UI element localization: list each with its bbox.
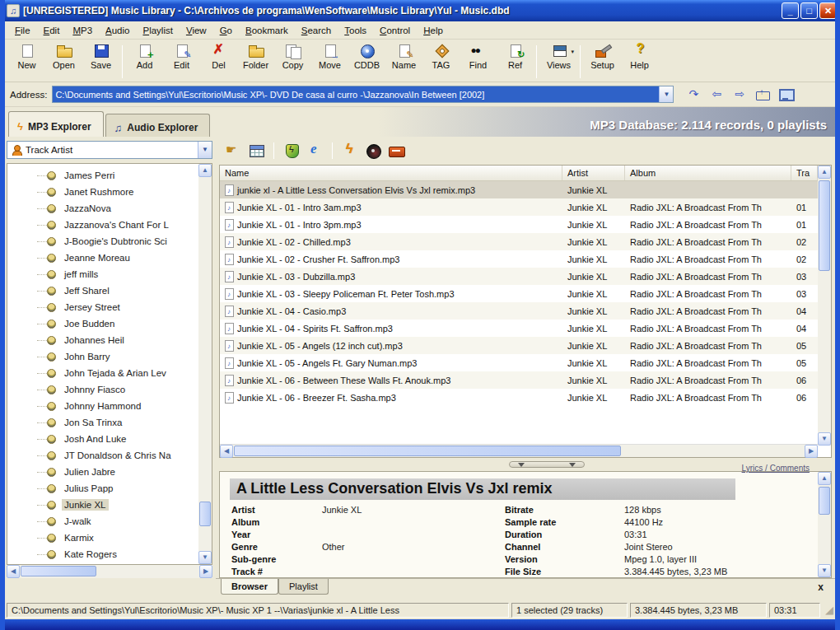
back-icon[interactable]: ⇦ [708, 87, 725, 102]
toolbar-add-button[interactable]: Add [126, 42, 163, 70]
toolbar-find-button[interactable]: Find [460, 42, 497, 70]
menu-item-control[interactable]: Control [373, 23, 417, 38]
tree-horizontal-scrollbar[interactable]: ◀ ▶ [7, 565, 212, 578]
toolbar-help-button[interactable]: Help [621, 42, 658, 70]
minimize-button[interactable]: _ [782, 2, 799, 19]
tree-item-john-tejada-arian-lev[interactable]: John Tejada & Arian Lev [7, 365, 198, 381]
tree-item-kate-rogers[interactable]: Kate Rogers [7, 546, 198, 562]
table-horizontal-scrollbar[interactable]: ◀ ▶ [220, 444, 818, 457]
tree-item-jersey-street[interactable]: Jersey Street [7, 299, 198, 315]
scroll-right-button[interactable]: ▶ [805, 445, 818, 458]
tree-item-johnny-fiasco[interactable]: Johnny Fiasco [7, 381, 198, 398]
tree-item-janet-rushmore[interactable]: Janet Rushmore [7, 184, 198, 200]
tree-item-kenneth-graham[interactable]: Kenneth Graham [7, 562, 198, 564]
scroll-thumb[interactable] [819, 487, 830, 515]
toolbar-copy-button[interactable]: Copy [274, 42, 311, 70]
scroll-right-button[interactable]: ▶ [199, 565, 212, 578]
toolbar-name-button[interactable]: Name [385, 42, 422, 70]
table-row[interactable]: Junkie XL - 03 - Dubzilla.mp3Junkie XLRa… [220, 268, 818, 285]
tree-item-james-perri[interactable]: James Perri [7, 167, 198, 184]
toolbar-cddb-button[interactable]: CDDB [348, 42, 385, 70]
cd-icon[interactable] [364, 142, 382, 159]
tree-item-jeff-mills[interactable]: jeff mills [7, 266, 198, 282]
folder-up-icon[interactable] [754, 87, 771, 102]
tree-item-junkie-xl[interactable]: Junkie XL [7, 497, 198, 513]
tree-item-josh-and-luke[interactable]: Josh And Luke [7, 431, 198, 447]
tree-item-johannes-heil[interactable]: Johannes Heil [7, 332, 198, 348]
scroll-left-button[interactable]: ◀ [7, 565, 20, 578]
table-row[interactable]: Junkie XL - 04 - Spirits Ft. Saffron.mp3… [220, 320, 818, 337]
scroll-thumb[interactable] [21, 566, 96, 576]
grid-view-icon[interactable] [247, 142, 265, 159]
scroll-down-button[interactable]: ▼ [818, 564, 831, 577]
scroll-up-button[interactable]: ▲ [818, 166, 831, 179]
toolbar-open-button[interactable]: Open [45, 42, 82, 70]
tree-item-joe-budden[interactable]: Joe Budden [7, 315, 198, 332]
table-row[interactable]: Junkie XL - 01 - Intro 3am.mp3Junkie XLR… [220, 198, 818, 216]
details-vertical-scrollbar[interactable]: ▲ ▼ [818, 472, 831, 577]
winamp-icon[interactable] [282, 142, 301, 159]
toolbar-tag-button[interactable]: TAG [422, 42, 460, 70]
toolbar-folder-button[interactable]: Folder [237, 42, 274, 70]
toolbar-views-button[interactable]: ▾Views [540, 42, 577, 70]
scroll-thumb[interactable] [199, 502, 211, 526]
table-row[interactable]: Junkie XL - 06 - Between These Walls Ft.… [220, 371, 818, 389]
go-icon[interactable]: ↷ [685, 87, 702, 102]
scroll-down-button[interactable]: ▼ [818, 432, 831, 446]
table-row[interactable]: Junkie XL - 02 - Crusher Ft. Saffron.mp3… [220, 250, 818, 268]
toolbar-edit-button[interactable]: Edit [163, 42, 200, 70]
table-row[interactable]: Junkie XL - 05 - Angels Ft. Gary Numan.m… [220, 354, 818, 371]
browse-mode-dropdown-button[interactable]: ▼ [198, 142, 212, 158]
menu-item-view[interactable]: View [180, 23, 213, 38]
internet-explorer-icon[interactable] [306, 142, 324, 159]
scroll-thumb[interactable] [234, 446, 621, 456]
toolbar-save-button[interactable]: Save [82, 42, 119, 70]
tab-mp3-explorer[interactable]: ϟMP3 Explorer [8, 111, 104, 137]
resize-grip[interactable]: ◢ [825, 603, 833, 619]
tree-item-julien-jabre[interactable]: Julien Jabre [7, 464, 198, 480]
address-input[interactable] [53, 86, 659, 102]
toolbar-new-button[interactable]: New [8, 42, 45, 70]
menu-item-file[interactable]: File [8, 23, 37, 38]
title-bar[interactable]: ♫ [UNREGISTERED] Music Library - C:\Arch… [0, 0, 840, 21]
menu-item-playlist[interactable]: Playlist [136, 23, 179, 38]
menu-item-bookmark[interactable]: Bookmark [239, 23, 295, 38]
tree-item-jon-sa-trinxa[interactable]: Jon Sa Trinxa [7, 414, 198, 431]
menu-item-mp3[interactable]: MP3 [66, 23, 99, 38]
hand-point-icon[interactable] [224, 142, 242, 159]
tree-item-j-boogie-s-dubtronic-sci[interactable]: J-Boogie's Dubtronic Sci [7, 233, 198, 250]
table-row[interactable]: junkie xl - A Little Less Conversation E… [220, 181, 818, 198]
scroll-up-button[interactable]: ▲ [198, 164, 212, 177]
views-menu-caret[interactable]: ▾ [571, 49, 574, 55]
scroll-down-button[interactable]: ▼ [198, 551, 212, 564]
toolbar-setup-button[interactable]: Setup [584, 42, 621, 70]
tree-item-john-barry[interactable]: John Barry [7, 348, 198, 365]
tree-item-jazzanova[interactable]: JazzaNova [7, 200, 198, 217]
column-header-album[interactable]: Album [625, 166, 791, 180]
tree-item-jeff-sharel[interactable]: Jeff Sharel [7, 282, 198, 299]
browse-mode-combo[interactable]: Track Artist ▼ [7, 141, 212, 159]
desktop-icon[interactable] [777, 87, 794, 102]
burner-icon[interactable] [387, 142, 405, 159]
menu-item-help[interactable]: Help [417, 23, 450, 38]
table-row[interactable]: Junkie XL - 03 - Sleepy Policeman Ft. Pe… [220, 285, 818, 302]
menu-item-edit[interactable]: Edit [37, 23, 67, 38]
flash-icon[interactable] [341, 142, 359, 159]
tree-item-jazzanova-s-chant-for-l[interactable]: Jazzanova's Chant For L [7, 217, 198, 233]
tree-item-karmix[interactable]: Karmix [7, 530, 198, 546]
menu-item-tools[interactable]: Tools [338, 23, 373, 38]
tab-audio-explorer[interactable]: ♫Audio Explorer [105, 114, 211, 137]
menu-item-search[interactable]: Search [295, 23, 338, 38]
tree-item-jeanne-moreau[interactable]: Jeanne Moreau [7, 250, 198, 266]
column-header-artist[interactable]: Artist [562, 166, 625, 180]
table-vertical-scrollbar[interactable]: ▲ ▼ [818, 166, 831, 446]
column-header-tra[interactable]: Tra [791, 166, 818, 180]
table-row[interactable]: Junkie XL - 06 - Breezer Ft. Sasha.mp3Ju… [220, 389, 818, 406]
scroll-thumb[interactable] [819, 180, 830, 271]
details-link[interactable]: Lyrics / Comments [742, 464, 810, 473]
close-button[interactable]: ✕ [819, 2, 837, 19]
table-row[interactable]: Junkie XL - 01 - Intro 3pm.mp3Junkie XLR… [220, 216, 818, 233]
table-row[interactable]: Junkie XL - 04 - Casio.mp3Junkie XLRadio… [220, 302, 818, 320]
address-dropdown-button[interactable]: ▼ [659, 86, 673, 102]
scroll-left-button[interactable]: ◀ [220, 445, 233, 458]
